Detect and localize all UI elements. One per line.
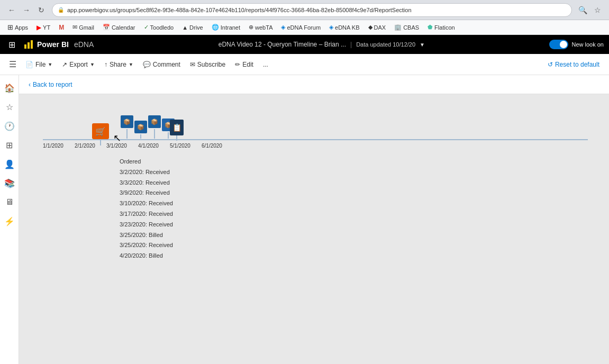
- share-chevron: ▼: [129, 62, 133, 67]
- bookmark-edna-forum[interactable]: ◈ eDNA Forum: [278, 23, 324, 32]
- sidebar-apps-icon[interactable]: ⊞: [1, 136, 18, 153]
- new-look-toggle[interactable]: New look on: [549, 40, 604, 49]
- sidebar-bolt-icon[interactable]: ⚡: [1, 213, 18, 230]
- reset-label: Reset to default: [555, 61, 599, 68]
- more-button[interactable]: ...: [259, 57, 272, 72]
- bookmark-gmail[interactable]: ✉ Gmail: [69, 23, 97, 32]
- bookmark-edna-kb[interactable]: ◈ eDNA KB: [326, 23, 362, 32]
- edna-kb-label: eDNA KB: [335, 24, 359, 31]
- refresh-button[interactable]: ↻: [35, 4, 48, 16]
- timeline-visual[interactable]: 🛒 📦 📦: [30, 105, 598, 267]
- data-updated-chevron[interactable]: ▼: [420, 42, 425, 48]
- dax-label: DAX: [374, 24, 386, 31]
- event-8: 3/25/2020: Received: [120, 240, 593, 251]
- sidebar-star-icon[interactable]: ☆: [1, 98, 18, 115]
- sidebar-home-icon[interactable]: 🏠: [1, 79, 18, 96]
- powerbi-text: Power BI: [37, 40, 69, 49]
- bookmark-intranet[interactable]: 🌐 Intranet: [208, 23, 243, 32]
- forward-nav-button[interactable]: →: [20, 4, 33, 16]
- event-3: 3/9/2020: Received: [120, 188, 593, 198]
- edna-forum-label: eDNA Forum: [287, 24, 321, 31]
- bookmark-yt[interactable]: ▶ YT: [33, 23, 53, 32]
- comment-label: Comment: [153, 61, 180, 68]
- events-list: Ordered 3/2/2020: Received 3/3/2020: Rec…: [120, 157, 593, 261]
- export-button[interactable]: ↗ Export ▼: [58, 57, 99, 72]
- address-text: app.powerbigov.us/groups/5ec8f62e-9f3e-4…: [67, 7, 566, 13]
- share-button[interactable]: ↑ Share ▼: [100, 57, 138, 72]
- blue-icon-1: 📦: [121, 115, 133, 139]
- sidebar-people-icon[interactable]: 👤: [1, 156, 18, 172]
- event-5: 3/17/2020: Received: [120, 209, 593, 220]
- new-look-label: New look on: [571, 41, 604, 48]
- drive-icon: ▲: [182, 24, 188, 31]
- sidebar-history-icon[interactable]: 🕐: [1, 117, 18, 134]
- bookmark-button[interactable]: ☆: [591, 4, 604, 16]
- drive-label: Drive: [189, 24, 203, 31]
- toodledo-label: Toodledo: [150, 24, 174, 31]
- webta-icon: ⊕: [249, 24, 253, 31]
- sidebar-toggle-button[interactable]: ☰: [5, 57, 20, 72]
- address-bar[interactable]: 🔒 app.powerbigov.us/groups/5ec8f62e-9f3e…: [52, 3, 572, 17]
- intranet-icon: 🌐: [212, 24, 219, 31]
- calendar-label: Calendar: [112, 24, 135, 31]
- bookmark-toodledo[interactable]: ✓ Toodledo: [141, 23, 177, 32]
- bookmark-calendar[interactable]: 📅 Calendar: [99, 23, 139, 32]
- blue-icon-3: 📦: [148, 115, 161, 139]
- bookmarks-bar: ⊞ Apps ▶ YT M ✉ Gmail 📅 Calendar ✓ Toodl…: [0, 20, 609, 35]
- webta-label: webTA: [255, 24, 272, 31]
- bookmark-flaticon[interactable]: ⬟ Flaticon: [424, 23, 458, 32]
- event-4: 3/10/2020: Received: [120, 198, 593, 209]
- cbas-label: CBAS: [403, 24, 419, 31]
- event-6: 3/23/2020: Received: [120, 220, 593, 230]
- apps-label: Apps: [15, 24, 28, 31]
- svg-rect-0: [24, 44, 26, 49]
- date-2/1/2020: 2/1/2020: [75, 143, 106, 149]
- toolbar: ☰ 📄 File ▼ ↗ Export ▼ ↑ Share ▼ 💬 Commen…: [0, 54, 609, 75]
- left-sidebar: 🏠 ☆ 🕐 ⊞ 👤 📚 🖥 ⚡: [0, 75, 19, 364]
- doc-icon-group: 📋: [170, 120, 184, 141]
- export-chevron: ▼: [90, 62, 95, 67]
- apps-grid-icon: ⊞: [7, 23, 13, 31]
- reset-button[interactable]: ↺ Reset to default: [543, 57, 604, 72]
- sidebar-monitor-icon[interactable]: 🖥: [1, 194, 18, 211]
- gmail-label: Gmail: [79, 24, 94, 31]
- event-1: 3/2/2020: Received: [120, 167, 593, 178]
- event-7: 3/25/2020: Billed: [120, 230, 593, 241]
- content-area: ‹ Back to report 🛒: [19, 75, 609, 364]
- search-browser-button[interactable]: 🔍: [576, 4, 589, 16]
- doc-stem: [176, 135, 177, 141]
- workspace-text: eDNA: [74, 40, 94, 49]
- back-nav-button[interactable]: ←: [5, 4, 18, 16]
- timeline-container: 🛒 📦 📦: [35, 110, 593, 152]
- bookmark-dax[interactable]: ◆ DAX: [365, 23, 389, 32]
- bookmark-gmail-m[interactable]: M: [56, 23, 67, 32]
- bookmark-drive[interactable]: ▲ Drive: [179, 23, 206, 32]
- file-button[interactable]: 📄 File ▼: [21, 57, 57, 72]
- bookmark-apps[interactable]: ⊞ Apps: [4, 22, 31, 32]
- file-icon: 📄: [25, 61, 33, 68]
- cursor-pointer: ↖: [113, 132, 121, 144]
- comment-button[interactable]: 💬 Comment: [139, 57, 185, 72]
- event-0: Ordered: [120, 157, 593, 167]
- svg-rect-2: [31, 40, 33, 49]
- bookmark-cbas[interactable]: 🏢 CBAS: [391, 23, 422, 32]
- yt-icon: ▶: [37, 24, 41, 31]
- bookmark-webta[interactable]: ⊕ webTA: [246, 23, 276, 32]
- date-1/1/2020: 1/1/2020: [43, 143, 75, 149]
- subscribe-button[interactable]: ✉ Subscribe: [186, 57, 230, 72]
- calendar-icon: 📅: [103, 24, 110, 31]
- file-chevron: ▼: [48, 62, 52, 67]
- waffle-icon[interactable]: ⊞: [5, 38, 18, 51]
- nav-buttons: ← → ↻: [5, 4, 48, 16]
- toggle-switch[interactable]: [549, 40, 568, 49]
- event-9: 4/20/2020: Billed: [120, 251, 593, 261]
- edit-button[interactable]: ✏ Edit: [231, 57, 258, 72]
- back-bar: ‹ Back to report: [19, 75, 609, 94]
- browser-chrome: ← → ↻ 🔒 app.powerbigov.us/groups/5ec8f62…: [0, 0, 609, 20]
- sidebar-book-icon[interactable]: 📚: [1, 175, 18, 192]
- flaticon-icon: ⬟: [428, 24, 433, 31]
- toodledo-icon: ✓: [144, 24, 149, 31]
- toggle-knob: [560, 41, 567, 48]
- back-to-report-button[interactable]: ‹ Back to report: [24, 79, 77, 90]
- flaticon-label: Flaticon: [434, 24, 455, 31]
